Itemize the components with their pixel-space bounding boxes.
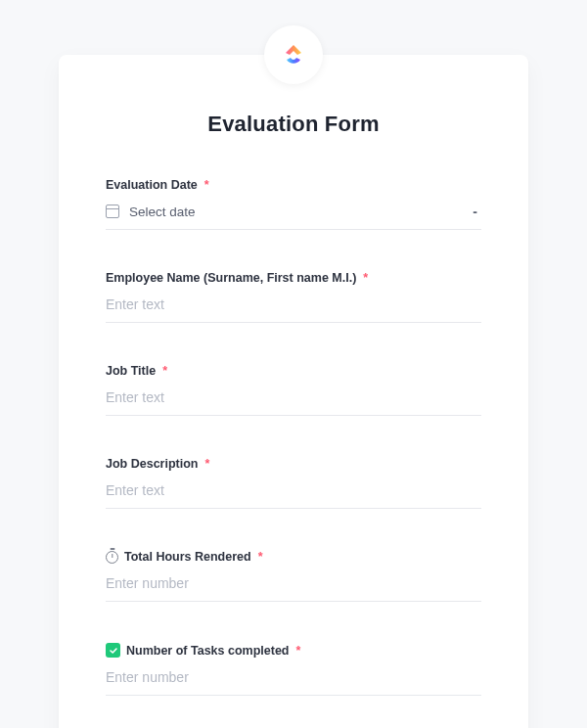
label-evaluation-date: Evaluation Date* (106, 178, 481, 192)
required-marker: * (204, 457, 209, 471)
label-text: Number of Tasks completed (126, 644, 289, 658)
date-picker[interactable]: Select date - (106, 204, 481, 230)
tasks-completed-input[interactable] (106, 669, 481, 685)
job-description-input[interactable] (106, 482, 481, 498)
required-marker: * (204, 178, 209, 192)
clickup-logo-icon (280, 41, 307, 68)
app-logo (264, 25, 323, 84)
employee-name-input[interactable] (106, 296, 481, 312)
required-marker: * (295, 644, 300, 658)
total-hours-input[interactable] (106, 575, 481, 591)
field-job-title: Job Title* (106, 364, 481, 416)
stopwatch-icon (106, 551, 118, 564)
label-tasks-completed: Number of Tasks completed* (106, 643, 481, 658)
date-placeholder: Select date (129, 205, 463, 219)
date-range-separator-icon: - (473, 204, 481, 219)
field-job-description: Job Description* (106, 457, 481, 509)
required-marker: * (162, 364, 167, 378)
label-total-hours: Total Hours Rendered* (106, 550, 481, 564)
label-text: Evaluation Date (106, 178, 198, 192)
field-employee-name: Employee Name (Surname, First name M.I.)… (106, 271, 481, 323)
job-title-input[interactable] (106, 389, 481, 405)
label-text: Total Hours Rendered (124, 550, 251, 564)
label-text: Job Title (106, 364, 156, 378)
calendar-icon (106, 205, 119, 218)
required-marker: * (258, 550, 263, 564)
checkbox-icon (106, 643, 120, 658)
form-card: Evaluation Form Evaluation Date* Select … (59, 55, 528, 728)
required-marker: * (363, 271, 368, 285)
label-text: Job Description (106, 457, 198, 471)
field-total-hours: Total Hours Rendered* (106, 550, 481, 602)
label-job-description: Job Description* (106, 457, 481, 471)
label-text: Employee Name (Surname, First name M.I.) (106, 271, 356, 285)
label-employee-name: Employee Name (Surname, First name M.I.)… (106, 271, 481, 285)
field-evaluation-date: Evaluation Date* Select date - (106, 178, 481, 230)
field-tasks-completed: Number of Tasks completed* (106, 643, 481, 696)
label-job-title: Job Title* (106, 364, 481, 378)
